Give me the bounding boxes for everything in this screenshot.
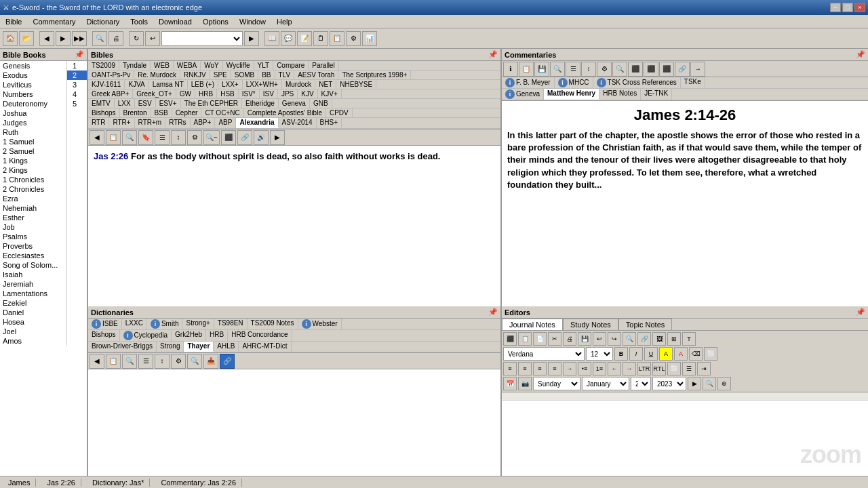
ed-paste[interactable]: 📄 <box>533 332 547 346</box>
toolbar-btn2[interactable]: 💬 <box>281 31 296 46</box>
date-zoom[interactable]: ⊕ <box>717 377 731 390</box>
tab-esvplus[interactable]: ESV+ <box>156 99 181 108</box>
tab-wycliffe[interactable]: Wycliffe <box>223 61 254 70</box>
tab-smith[interactable]: iSmith <box>147 319 183 329</box>
ed-search[interactable]: 🔍 <box>623 332 636 346</box>
bibles-pin[interactable]: 📌 <box>488 50 498 59</box>
bible-copy-button[interactable]: 📋 <box>106 130 121 145</box>
toolbar-btn6[interactable]: ⚙ <box>346 31 361 46</box>
tab-matthew-henry[interactable]: Matthew Henry <box>544 89 599 100</box>
comm-zoom[interactable]: 🔍 <box>612 62 627 77</box>
tab-cepher[interactable]: Cepher <box>172 108 202 117</box>
tab-greeot[interactable]: Greek_OT+ <box>133 89 176 98</box>
tab-ahlb[interactable]: AHLB <box>214 342 239 352</box>
dict-prev[interactable]: ◀ <box>90 354 104 369</box>
comm-copy[interactable]: 📋 <box>519 62 534 77</box>
toolbar-refresh-button[interactable]: ↻ <box>129 31 144 46</box>
menu-commentary[interactable]: Commentary <box>27 16 81 27</box>
tab-remurdock[interactable]: Re. Murdock <box>134 70 180 79</box>
tab-tsk[interactable]: iTSK Cross References <box>593 77 681 88</box>
tab-parallel[interactable]: Parallel <box>309 61 338 70</box>
tab-nhebyse[interactable]: NHEBYSE <box>336 80 376 89</box>
book-daniel[interactable]: Daniel <box>0 308 66 317</box>
tab-ctoc[interactable]: CT OC+NC <box>201 108 243 117</box>
tab-hrb-concordance[interactable]: HRB Concordance <box>228 330 292 341</box>
tab-abpplus[interactable]: ABP+ <box>191 118 216 128</box>
menu-options[interactable]: Options <box>197 16 234 27</box>
year-select[interactable]: 2023 <box>652 377 686 390</box>
tab-etheridge[interactable]: Etheridge <box>242 99 279 108</box>
tab-isbe[interactable]: iISBE <box>88 319 122 329</box>
minimize-button[interactable]: − <box>830 3 841 12</box>
toolbar-btn1[interactable]: 📖 <box>264 31 279 46</box>
menu-help[interactable]: Help <box>271 16 298 27</box>
book-numbers[interactable]: Numbers <box>0 89 66 99</box>
book-nehemiah[interactable]: Nehemiah <box>0 203 66 213</box>
ed-cut[interactable]: ✂ <box>548 332 561 346</box>
book-ezra[interactable]: Ezra <box>0 194 66 203</box>
ed-icon1[interactable]: ⬛ <box>503 332 517 346</box>
toolbar-go-button[interactable]: ▶ <box>244 31 259 46</box>
tab-asv2014[interactable]: ASV-2014 <box>279 118 317 128</box>
bible-books-list[interactable]: Genesis Exodus Leviticus Numbers Deutero… <box>0 61 87 476</box>
tab-ts2009[interactable]: TS2009 <box>88 61 119 70</box>
ed-save[interactable]: 💾 <box>578 332 591 346</box>
menu-download[interactable]: Download <box>153 16 197 27</box>
tab-lxxc[interactable]: LXXC <box>122 319 147 329</box>
book-lamentations[interactable]: Lamentations <box>0 289 66 298</box>
tab-murdock[interactable]: Murdock <box>282 80 315 89</box>
book-song[interactable]: Song of Solom... <box>0 260 66 270</box>
book-judges[interactable]: Judges <box>0 118 66 127</box>
tab-lxx2[interactable]: LXX <box>115 99 135 108</box>
dictionaries-pin[interactable]: 📌 <box>488 308 498 317</box>
tab-thayer[interactable]: Thayer <box>184 342 214 352</box>
bible-options-button[interactable]: ⚙ <box>187 130 202 145</box>
tab-tlv[interactable]: TLV <box>275 70 295 79</box>
underline-button[interactable]: U <box>644 347 658 361</box>
ed-undo[interactable]: ↩ <box>593 332 606 346</box>
book-genesis[interactable]: Genesis <box>0 61 66 70</box>
tab-rtr[interactable]: RTR <box>88 118 109 128</box>
align-left[interactable]: ≡ <box>503 362 517 375</box>
special-btn[interactable]: ⇥ <box>697 362 711 375</box>
book-ezekiel[interactable]: Ezekiel <box>0 298 66 308</box>
tab-leb[interactable]: LEB (+) <box>188 80 218 89</box>
align-right[interactable]: ≡ <box>533 362 547 375</box>
menu-tools[interactable]: Tools <box>125 16 153 27</box>
month-select[interactable]: January <box>582 377 629 390</box>
tab-oant[interactable]: OANT-Ps-Pv <box>88 70 134 79</box>
comm-view3[interactable]: ⬛ <box>659 62 674 77</box>
tab-greekabp[interactable]: Greek ABP+ <box>88 89 133 98</box>
align-center[interactable]: ≡ <box>518 362 532 375</box>
tab-weba[interactable]: WEBA <box>174 61 201 70</box>
tab-jps[interactable]: JPS <box>278 89 298 98</box>
clear-format[interactable]: ⌫ <box>689 347 703 361</box>
toolbar-btn5[interactable]: 📋 <box>330 31 344 46</box>
tab-brenton[interactable]: Brenton <box>120 108 151 117</box>
book-esther[interactable]: Esther <box>0 213 66 222</box>
bible-list-button[interactable]: ☰ <box>155 130 170 145</box>
tab-grk2heb[interactable]: Grk2Heb <box>172 330 206 341</box>
tab-complete[interactable]: Complete Apostles' Bible <box>244 108 326 117</box>
tab-journal-notes[interactable]: Journal Notes <box>502 319 563 330</box>
tab-fbmeyer[interactable]: iF. B. Meyer <box>502 77 555 88</box>
tab-tyndale[interactable]: Tyndale <box>119 61 151 70</box>
border-button[interactable]: ⬜ <box>704 347 717 361</box>
photo-icon[interactable]: 📷 <box>518 377 532 390</box>
comm-search[interactable]: 🔍 <box>550 62 565 77</box>
dict-search[interactable]: 🔍 <box>122 354 137 369</box>
tab-bhs[interactable]: BHS+ <box>317 118 342 128</box>
tab-ylt[interactable]: YLT <box>254 61 274 70</box>
tab-hsb[interactable]: HSB <box>217 89 239 98</box>
book-joshua[interactable]: Joshua <box>0 108 66 118</box>
tab-ahrc[interactable]: AHRC-MT-Dict <box>239 342 291 352</box>
dict-content[interactable] <box>88 369 500 476</box>
book-ruth[interactable]: Ruth <box>0 127 66 137</box>
comm-arrow2[interactable]: → <box>690 62 705 77</box>
calendar-icon[interactable]: 📅 <box>503 377 517 390</box>
tab-hrb[interactable]: HRB <box>195 89 217 98</box>
chapter-5[interactable]: 5 <box>67 99 87 108</box>
toolbar-open-button[interactable]: 📂 <box>19 31 34 46</box>
tab-comm-geneva[interactable]: iGeneva <box>502 89 544 100</box>
verse-input[interactable] <box>161 31 243 46</box>
